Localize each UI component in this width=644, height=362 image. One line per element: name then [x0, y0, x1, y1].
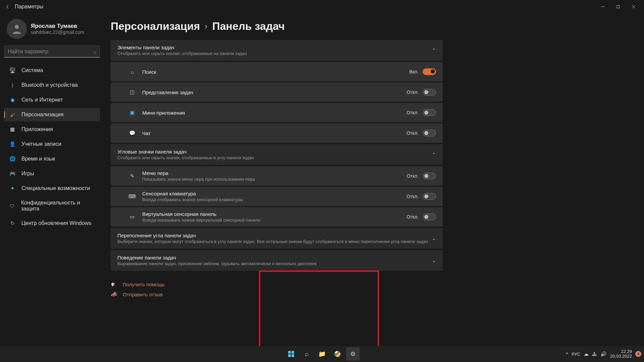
- toggle-taskview[interactable]: [423, 89, 436, 96]
- window-title: Параметры: [15, 4, 43, 10]
- section-title: Поведение панели задач: [117, 255, 432, 260]
- toggle-state: Откл.: [407, 214, 419, 220]
- breadcrumb-parent[interactable]: Персонализация: [111, 20, 200, 33]
- toggle-search[interactable]: [423, 68, 436, 75]
- sidebar-item-apps[interactable]: ▦Приложения: [4, 123, 100, 136]
- toggle-state: Откл.: [407, 89, 419, 95]
- sidebar-item-accessibility[interactable]: ✶Специальные возможности: [4, 182, 100, 195]
- tray-lang[interactable]: РУС: [572, 352, 580, 357]
- taskbar: ⌕ 📁 ⚙ ^ РУС ☁ 🖧 🔊 22:29 20.03.2022 3: [0, 346, 644, 362]
- section-desc: Выравнивание панели задач, присвоение эм…: [117, 261, 432, 266]
- taskbar-explorer[interactable]: 📁: [315, 347, 329, 361]
- tray-chevron-icon[interactable]: ^: [566, 351, 568, 357]
- toggle-state: Откл.: [407, 173, 419, 179]
- tray-network-icon[interactable]: 🖧: [592, 351, 597, 357]
- toggle-pen[interactable]: [423, 173, 436, 179]
- update-icon: ↻: [9, 220, 16, 227]
- svg-rect-8: [291, 354, 294, 357]
- row-title: Сенсорная клавиатура: [142, 191, 407, 196]
- section-header[interactable]: Элементы панели задач Отобразить или скр…: [111, 40, 443, 61]
- chevron-down-icon: ⌄: [432, 236, 436, 241]
- row-title: Чат: [142, 130, 407, 136]
- chevron-right-icon: ›: [205, 21, 208, 32]
- row-desc: Всегда отображать значок сенсорной клави…: [142, 197, 407, 202]
- sidebar-item-label: Учетные записи: [21, 141, 61, 147]
- close-button[interactable]: [626, 2, 641, 12]
- search-box[interactable]: ⌕: [4, 46, 100, 58]
- sidebar-item-personalization[interactable]: 🖌Персонализация: [4, 108, 100, 121]
- taskbar-settings[interactable]: ⚙: [346, 347, 360, 361]
- sidebar-item-system[interactable]: 🖥️Система: [4, 64, 100, 77]
- toggle-chat[interactable]: [423, 130, 436, 136]
- sidebar-item-label: Центр обновления Windows: [21, 220, 91, 226]
- search-input[interactable]: [8, 49, 94, 55]
- search-icon: ⌕: [127, 68, 137, 75]
- sidebar-item-label: Персонализация: [21, 112, 63, 118]
- tray-time: 22:29: [610, 349, 632, 354]
- section-behavior[interactable]: Поведение панели задач Выравнивание пане…: [111, 250, 443, 271]
- sidebar-item-label: Игры: [21, 171, 34, 177]
- section-title: Элементы панели задач: [117, 45, 432, 50]
- start-button[interactable]: [284, 347, 298, 361]
- sidebar-item-games[interactable]: 🎮Игры: [4, 167, 100, 180]
- toggle-state: Откл.: [407, 194, 419, 199]
- row-chat: 💬 Чат Откл.: [111, 123, 443, 143]
- section-title: Угловые значки панели задач: [117, 149, 432, 155]
- sidebar-item-label: Сеть и Интернет: [21, 97, 63, 103]
- sidebar-item-network[interactable]: ◉Сеть и Интернет: [4, 93, 100, 107]
- sidebar-item-time[interactable]: 🌐Время и язык: [4, 152, 100, 166]
- chevron-up-icon: ⌃: [432, 152, 436, 157]
- search-icon: ⌕: [94, 49, 96, 54]
- notification-badge[interactable]: 3: [635, 351, 641, 357]
- wifi-icon: ◉: [9, 97, 16, 103]
- back-button[interactable]: [3, 2, 13, 12]
- accessibility-icon: ✶: [9, 185, 16, 192]
- maximize-button[interactable]: [610, 2, 626, 12]
- help-icon: 🗣: [111, 282, 119, 287]
- svg-rect-7: [288, 354, 291, 357]
- minimize-button[interactable]: [595, 2, 610, 12]
- section-desc: Отобразить или скрыть значки, отображаем…: [117, 155, 432, 160]
- toggle-widgets[interactable]: [423, 109, 436, 116]
- row-desc: Всегда показывать значок виртуальной сен…: [142, 218, 407, 223]
- tray-date: 20.03.2022: [610, 354, 632, 359]
- section-desc: Отобразить или скрыть кнопки, отображаем…: [117, 51, 432, 56]
- row-touch-keyboard: ⌨ Сенсорная клавиатура Всегда отображать…: [111, 187, 443, 206]
- taskbar-search-button[interactable]: ⌕: [300, 347, 313, 361]
- sidebar-item-bluetooth[interactable]: ᛒBluetooth и устройства: [4, 78, 100, 92]
- section-overflow[interactable]: Переполнение угла панели задач Выберите …: [111, 228, 443, 249]
- row-title: Виртуальная сенсорная панель: [142, 211, 407, 217]
- help-get-help[interactable]: 🗣 Получить помощь: [111, 280, 443, 289]
- apps-icon: ▦: [9, 126, 16, 133]
- person-icon: 👤: [9, 141, 16, 147]
- help-feedback[interactable]: 📣 Отправить отзыв: [111, 289, 443, 299]
- chevron-down-icon: ⌄: [432, 258, 436, 263]
- row-title: Поиск: [142, 69, 409, 75]
- toggle-state: Откл.: [407, 130, 419, 136]
- row-title: Представление задач: [142, 89, 407, 95]
- touchpad-icon: ▭: [127, 213, 137, 221]
- toggle-touchpad[interactable]: [423, 214, 436, 220]
- sidebar-item-privacy[interactable]: 🛡Конфиденциальность и защита: [4, 196, 100, 215]
- row-search: ⌕ Поиск Вкл.: [111, 62, 443, 81]
- tray-volume-icon[interactable]: 🔊: [600, 351, 607, 357]
- sidebar-item-label: Система: [21, 67, 43, 73]
- section-corner-icons: Угловые значки панели задач Отобразить и…: [111, 144, 443, 165]
- sidebar-item-label: Время и язык: [21, 156, 55, 162]
- sidebar-item-accounts[interactable]: 👤Учетные записи: [4, 137, 100, 151]
- monitor-icon: 🖥️: [9, 67, 16, 74]
- help-label: Отправить отзыв: [123, 292, 163, 297]
- tray-clock[interactable]: 22:29 20.03.2022: [610, 349, 632, 359]
- toggle-touch-keyboard[interactable]: [423, 193, 436, 200]
- section-header[interactable]: Угловые значки панели задач Отобразить и…: [111, 144, 443, 165]
- sidebar-item-label: Приложения: [21, 126, 53, 132]
- sidebar-item-update[interactable]: ↻Центр обновления Windows: [4, 217, 100, 230]
- user-block[interactable]: Ярослав Тумаев uahdduec.22@gmail.com: [4, 16, 100, 42]
- tray-onedrive-icon[interactable]: ☁: [584, 351, 589, 357]
- svg-point-4: [15, 25, 19, 29]
- row-pen-menu: ✎ Меню пера Показывать значок меню пера …: [111, 166, 443, 186]
- row-touchpad: ▭ Виртуальная сенсорная панель Всегда по…: [111, 207, 443, 227]
- taskbar-chrome[interactable]: [331, 347, 344, 361]
- user-email: uahdduec.22@gmail.com: [31, 29, 84, 35]
- titlebar: Параметры: [0, 0, 644, 13]
